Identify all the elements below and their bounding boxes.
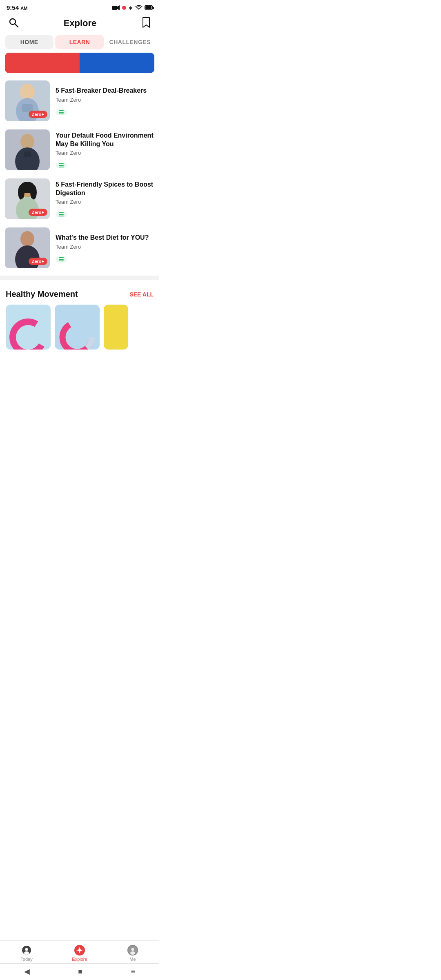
tab-learn[interactable]: LEARN [55, 35, 104, 49]
wifi-icon [135, 5, 143, 11]
article-tag-2 [56, 163, 67, 168]
recording-dot [122, 6, 126, 10]
bottom-spacer [0, 354, 159, 387]
header: Explore [0, 13, 159, 35]
movement-card-svg-1 [6, 305, 51, 350]
movement-cards [6, 305, 154, 350]
article-thumb-3: Zero+ [5, 178, 50, 219]
svg-point-5 [20, 84, 35, 100]
article-info-4: What's the Best Diet for YOU? Team Zero [56, 234, 154, 262]
article-title-2: Your Default Food Environment May Be Kil… [56, 131, 154, 149]
bookmark-icon[interactable] [141, 17, 151, 30]
badge-4: Zero+ [29, 258, 47, 265]
svg-marker-1 [117, 5, 120, 10]
article-item-4[interactable]: Zero+ What's the Best Diet for YOU? Team… [5, 223, 154, 272]
see-all-button[interactable]: SEE ALL [129, 291, 154, 298]
page-title: Explore [64, 18, 97, 29]
movement-card-3[interactable] [104, 305, 128, 350]
article-title-1: 5 Fast-Breaker Deal-Breakers [56, 87, 154, 95]
movement-card-1[interactable] [6, 305, 51, 350]
tag-lines-1 [59, 110, 64, 114]
video-icon [112, 5, 120, 11]
svg-point-15 [18, 185, 24, 200]
healthy-movement-section: Healthy Movement SEE ALL [0, 283, 159, 354]
status-bar: 9:54 AM ∗ [0, 0, 159, 13]
svg-rect-0 [112, 6, 117, 10]
tag-lines-4 [59, 257, 64, 261]
article-tag-4 [56, 256, 67, 262]
article-author-1: Team Zero [56, 97, 154, 103]
article-info-1: 5 Fast-Breaker Deal-Breakers Team Zero [56, 87, 154, 115]
svg-line-3 [15, 24, 18, 27]
article-item[interactable]: Zero+ 5 Fast-Breaker Deal-Breakers Team … [5, 76, 154, 125]
bluetooth-icon: ∗ [128, 4, 133, 11]
search-icon[interactable] [8, 17, 19, 29]
tag-lines-2 [59, 163, 64, 167]
article-author-4: Team Zero [56, 244, 154, 250]
article-author-3: Team Zero [56, 199, 154, 205]
badge-3: Zero+ [29, 209, 47, 216]
article-list: Zero+ 5 Fast-Breaker Deal-Breakers Team … [0, 53, 159, 272]
status-icons: ∗ [112, 4, 153, 11]
tab-challenges[interactable]: CHALLENGES [106, 35, 154, 49]
tab-bar: HOME LEARN CHALLENGES [0, 35, 159, 49]
article-thumb-4: Zero+ [5, 227, 50, 268]
person-image-2 [5, 129, 50, 170]
battery-icon [145, 5, 153, 10]
partial-top-card[interactable] [5, 53, 154, 73]
article-title-4: What's the Best Diet for YOU? [56, 234, 154, 242]
badge-1: Zero+ [29, 111, 47, 118]
article-tag-1 [56, 109, 67, 115]
article-thumb-1: Zero+ [5, 80, 50, 121]
movement-card-svg-3 [104, 305, 128, 350]
svg-rect-11 [24, 151, 31, 157]
article-title-3: 5 Fast-Friendly Spices to Boost Digestio… [56, 180, 154, 198]
section-header: Healthy Movement SEE ALL [6, 290, 154, 299]
tag-lines-3 [59, 212, 64, 216]
status-time: 9:54 AM [7, 4, 27, 11]
svg-point-16 [30, 185, 37, 200]
article-info-2: Your Default Food Environment May Be Kil… [56, 131, 154, 169]
section-divider [0, 276, 159, 280]
movement-card-svg-2 [55, 305, 100, 350]
article-author-2: Team Zero [56, 150, 154, 156]
movement-card-2[interactable] [55, 305, 100, 350]
article-item-3[interactable]: Zero+ 5 Fast-Friendly Spices to Boost Di… [5, 174, 154, 223]
section-title: Healthy Movement [6, 290, 78, 299]
svg-point-19 [20, 231, 34, 247]
svg-point-9 [20, 134, 34, 149]
article-info-3: 5 Fast-Friendly Spices to Boost Digestio… [56, 180, 154, 218]
article-thumb-2 [5, 129, 50, 170]
article-tag-3 [56, 212, 67, 217]
article-item-2[interactable]: Your Default Food Environment May Be Kil… [5, 125, 154, 174]
svg-rect-27 [104, 305, 128, 350]
tab-home[interactable]: HOME [5, 35, 53, 49]
